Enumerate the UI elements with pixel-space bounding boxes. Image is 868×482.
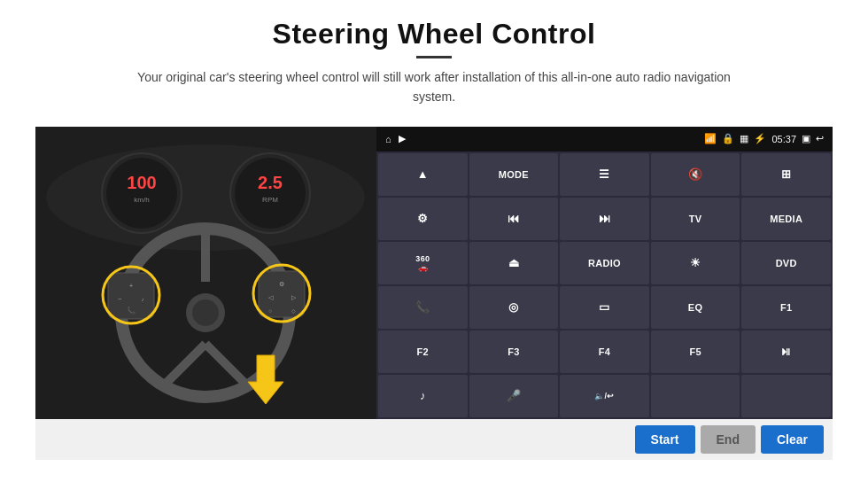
svg-text:♪: ♪: [142, 297, 144, 302]
status-bar-right: 📶 🔒 ▦ ⚡ 05:37 ▣ ↩: [704, 133, 824, 144]
svg-rect-21: [259, 271, 305, 317]
clear-button[interactable]: Clear: [761, 425, 824, 454]
title-divider: [416, 56, 452, 58]
prev-btn[interactable]: ⏮: [469, 198, 559, 240]
svg-text:⚙: ⚙: [279, 281, 284, 287]
wifi-icon: 📶: [704, 133, 717, 144]
eject-btn[interactable]: ⏏: [469, 242, 559, 284]
next-btn[interactable]: ⏭: [560, 198, 649, 240]
lock-icon: 🔒: [722, 133, 734, 144]
svg-point-7: [235, 158, 306, 229]
clock-display: 05:37: [771, 134, 796, 144]
f1-btn[interactable]: F1: [741, 286, 831, 329]
svg-point-15: [192, 299, 219, 326]
svg-text:+: +: [129, 283, 133, 289]
settings-btn[interactable]: ⚙: [378, 198, 468, 240]
dvd-btn[interactable]: DVD: [741, 242, 831, 284]
svg-text:km/h: km/h: [134, 196, 149, 204]
control-panel: ⌂ ▶ 📶 🔒 ▦ ⚡ 05:37 ▣ ↩ ▲ MODE ☰: [376, 127, 833, 419]
steering-wheel-image: 100 km/h 2.5 RPM: [35, 127, 376, 419]
f3-btn[interactable]: F3: [469, 330, 559, 373]
f4-btn[interactable]: F4: [560, 330, 649, 373]
button-grid: ▲ MODE ☰ 🔇 ⊞ ⚙ ⏮ ⏭ TV MEDIA 360🚗 ⏏ RADIO…: [376, 152, 833, 419]
status-bar: ⌂ ▶ 📶 🔒 ▦ ⚡ 05:37 ▣ ↩: [376, 127, 833, 152]
nav-btn[interactable]: ▲: [378, 153, 468, 196]
content-area: 100 km/h 2.5 RPM: [35, 127, 833, 419]
svg-text:📞: 📞: [127, 306, 136, 315]
svg-text:2.5: 2.5: [258, 173, 283, 192]
nav-icon: ▶: [399, 133, 406, 144]
tv-btn[interactable]: TV: [651, 198, 740, 240]
mode-btn[interactable]: MODE: [469, 153, 559, 196]
360-btn[interactable]: 360🚗: [378, 242, 468, 284]
empty-btn-2[interactable]: [741, 375, 831, 417]
svg-text:−: −: [118, 296, 121, 302]
phone-btn[interactable]: 📞: [378, 286, 468, 329]
page-wrapper: Steering Wheel Control Your original car…: [0, 0, 868, 482]
eq-btn[interactable]: EQ: [651, 286, 740, 329]
brightness-btn[interactable]: ☀: [651, 242, 740, 284]
svg-text:RPM: RPM: [262, 196, 278, 204]
vol-call-btn[interactable]: 🔈/↩: [560, 375, 649, 417]
home-icon: ⌂: [385, 134, 391, 144]
f5-btn[interactable]: F5: [651, 330, 740, 373]
page-subtitle: Your original car's steering wheel contr…: [133, 67, 735, 107]
window-icon: ▣: [802, 133, 810, 144]
music-btn[interactable]: ♪: [378, 375, 468, 417]
apps-btn[interactable]: ⊞: [741, 153, 831, 196]
back-icon: ↩: [816, 133, 824, 144]
page-title: Steering Wheel Control: [133, 18, 735, 51]
list-btn[interactable]: ☰: [560, 153, 649, 196]
start-button[interactable]: Start: [635, 425, 695, 454]
nav2-btn[interactable]: ◎: [469, 286, 559, 329]
svg-text:100: 100: [127, 173, 156, 192]
playpause-btn[interactable]: ⏯: [741, 330, 831, 373]
mic-btn[interactable]: 🎤: [469, 375, 559, 417]
svg-text:○: ○: [268, 308, 272, 314]
svg-point-3: [106, 158, 177, 229]
media-btn[interactable]: MEDIA: [741, 198, 831, 240]
end-button[interactable]: End: [701, 425, 756, 454]
sim-icon: ▦: [740, 133, 748, 144]
radio-btn[interactable]: RADIO: [560, 242, 649, 284]
title-section: Steering Wheel Control Your original car…: [133, 18, 735, 120]
bluetooth-icon: ⚡: [754, 133, 766, 144]
bottom-action-bar: Start End Clear: [35, 419, 833, 460]
svg-text:◇: ◇: [291, 308, 296, 314]
status-bar-left: ⌂ ▶: [385, 133, 406, 144]
screen-btn[interactable]: ▭: [560, 286, 649, 329]
f2-btn[interactable]: F2: [378, 330, 468, 373]
mute-btn[interactable]: 🔇: [651, 153, 740, 196]
empty-btn-1[interactable]: [651, 375, 740, 417]
